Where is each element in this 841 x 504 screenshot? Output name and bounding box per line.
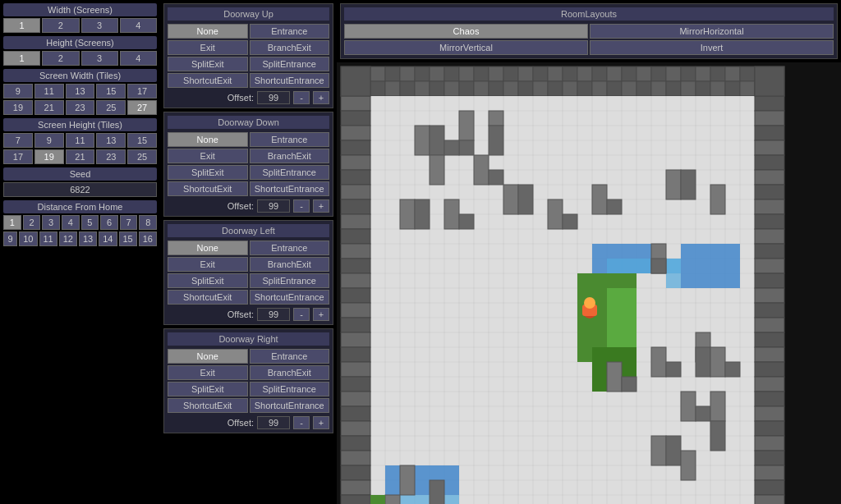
svg-rect-144 [341,436,370,451]
sw-btn-17[interactable]: 17 [127,84,157,99]
dfh-btn-12[interactable]: 12 [59,231,77,246]
sh-btn-7[interactable]: 7 [3,133,33,148]
dup-shortcutexit[interactable]: ShortcutExit [168,73,248,88]
sh-btn-13[interactable]: 13 [96,133,126,148]
rl-invert[interactable]: Invert [590,40,834,55]
ddown-splitentrance[interactable]: SplitEntrance [250,165,330,180]
height-btn-2[interactable]: 2 [42,51,79,66]
dleft-exit[interactable]: Exit [168,257,248,272]
svg-rect-11 [459,66,474,81]
sw-btn-23[interactable]: 23 [66,100,95,115]
dleft-shortcutentrance[interactable]: ShortcutEntrance [250,290,330,305]
dup-minus-btn[interactable]: - [293,91,310,104]
sw-btn-25[interactable]: 25 [96,100,126,115]
dup-none[interactable]: None [168,24,248,39]
ddown-entrance[interactable]: Entrance [250,132,330,147]
dright-branchexit[interactable]: BranchExit [250,365,330,380]
ddown-shortcutentrance[interactable]: ShortcutEntrance [250,181,330,196]
height-btn-4[interactable]: 4 [120,51,157,66]
width-screens-label: Width (Screens) [3,3,157,16]
dup-exit[interactable]: Exit [168,40,248,55]
dfh-btn-7[interactable]: 7 [120,215,138,230]
dright-plus-btn[interactable]: + [313,416,329,429]
width-btn-1[interactable]: 1 [3,18,40,33]
seed-input[interactable] [3,182,157,197]
dright-shortcutexit[interactable]: ShortcutExit [168,398,248,413]
sh-btn-15[interactable]: 15 [127,133,157,148]
dfh-btn-15[interactable]: 15 [119,231,137,246]
sh-btn-9[interactable]: 9 [34,133,64,148]
dup-splitentrance[interactable]: SplitEntrance [250,57,330,71]
ddown-offset-input[interactable] [257,199,290,213]
dfh-btn-2[interactable]: 2 [23,215,41,230]
svg-rect-27 [696,66,710,81]
sw-btn-13[interactable]: 13 [66,84,95,99]
dright-none[interactable]: None [168,349,248,364]
dright-shortcutentrance[interactable]: ShortcutEntrance [250,398,330,413]
width-btn-4[interactable]: 4 [120,18,157,33]
sh-btn-11[interactable]: 11 [66,133,95,148]
dleft-offset-input[interactable] [257,308,290,321]
height-btn-1[interactable]: 1 [3,51,40,66]
dleft-splitentrance[interactable]: SplitEntrance [250,273,330,288]
dfh-btn-4[interactable]: 4 [62,215,80,230]
dleft-branchexit[interactable]: BranchExit [250,257,330,272]
dfh-btn-16[interactable]: 16 [139,231,157,246]
dup-shortcutentrance[interactable]: ShortcutEntrance [250,73,330,88]
sh-btn-23[interactable]: 23 [96,149,126,164]
dfh-btn-1[interactable]: 1 [3,215,21,230]
dfh-btn-5[interactable]: 5 [81,215,99,230]
dfh-btn-13[interactable]: 13 [79,231,97,246]
dright-offset-input[interactable] [257,416,290,429]
rl-mirrorvertical[interactable]: MirrorVertical [344,40,588,55]
dfh-btn-6[interactable]: 6 [100,215,118,230]
dright-exit[interactable]: Exit [168,365,248,380]
dfh-btn-14[interactable]: 14 [99,231,117,246]
sw-btn-19[interactable]: 19 [3,100,33,115]
dup-branchexit[interactable]: BranchExit [250,40,330,55]
dright-splitentrance[interactable]: SplitEntrance [250,382,330,396]
sw-btn-15[interactable]: 15 [96,84,126,99]
ddown-plus-btn[interactable]: + [313,199,329,213]
width-btn-2[interactable]: 2 [42,18,79,33]
ddown-none[interactable]: None [168,132,248,147]
sw-btn-11[interactable]: 11 [34,84,64,99]
ddown-shortcutexit[interactable]: ShortcutExit [168,181,248,196]
dright-entrance[interactable]: Entrance [250,349,330,364]
dfh-btn-8[interactable]: 8 [139,215,157,230]
ddown-branchexit[interactable]: BranchExit [250,149,330,163]
dleft-splitexit[interactable]: SplitExit [168,273,248,288]
sh-btn-19[interactable]: 19 [34,149,64,164]
ddown-splitexit[interactable]: SplitExit [168,165,248,180]
dleft-plus-btn[interactable]: + [313,308,329,321]
dleft-none[interactable]: None [168,241,248,255]
dleft-entrance[interactable]: Entrance [250,241,330,255]
sw-btn-27[interactable]: 27 [127,100,157,115]
svg-rect-45 [518,81,533,96]
dright-splitexit[interactable]: SplitExit [168,382,248,396]
ddown-exit[interactable]: Exit [168,149,248,163]
dright-minus-btn[interactable]: - [293,416,310,429]
width-btn-3[interactable]: 3 [81,18,118,33]
dleft-minus-btn[interactable]: - [293,308,310,321]
dup-plus-btn[interactable]: + [313,91,329,104]
dfh-btn-3[interactable]: 3 [42,215,60,230]
rl-chaos[interactable]: Chaos [344,24,588,39]
ddown-minus-btn[interactable]: - [293,199,310,213]
dfh-btn-11[interactable]: 11 [39,231,57,246]
sw-btn-21[interactable]: 21 [34,100,64,115]
sh-btn-17[interactable]: 17 [3,149,33,164]
dfh-btn-9[interactable]: 9 [3,231,17,246]
svg-rect-8 [415,66,430,81]
dfh-btn-10[interactable]: 10 [19,231,37,246]
dup-offset-input[interactable] [257,91,290,104]
sh-btn-21[interactable]: 21 [66,149,95,164]
dleft-shortcutexit[interactable]: ShortcutExit [168,290,248,305]
svg-rect-135 [341,303,370,318]
dup-entrance[interactable]: Entrance [250,24,330,39]
sw-btn-9[interactable]: 9 [3,84,33,99]
rl-mirrorhorizontal[interactable]: MirrorHorizontal [590,24,834,39]
height-btn-3[interactable]: 3 [81,51,118,66]
dup-splitexit[interactable]: SplitExit [168,57,248,71]
sh-btn-25[interactable]: 25 [127,149,157,164]
